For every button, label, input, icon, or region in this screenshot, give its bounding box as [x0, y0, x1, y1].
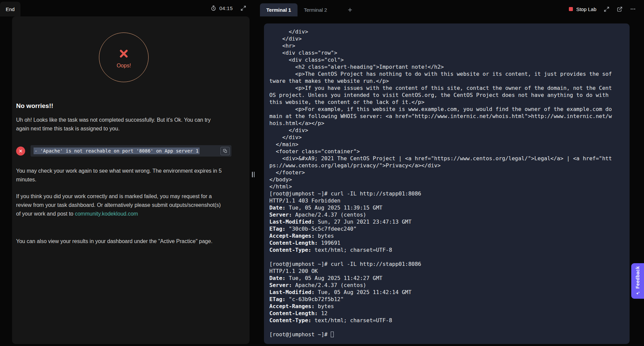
error-message-box: - 'Apache' is not reachable on port '808… — [31, 145, 231, 157]
terminal[interactable]: </div> </div> <hr> <div class="row"> <di… — [264, 23, 630, 344]
terminal-prompt: [root@jumphost ~]# — [269, 331, 331, 338]
terminal-prompt-line: [root@jumphost ~]# — [269, 331, 624, 338]
terminal-line: ps://www.centos.org/legal/privacy/">Priv… — [269, 162, 624, 169]
pane-divider[interactable] — [251, 170, 256, 178]
copy-icon — [223, 149, 227, 153]
terminal-tabs: Terminal 1Terminal 2 — [260, 3, 333, 16]
terminal-pane: Terminal 1Terminal 2 Stop Lab — [251, 0, 644, 346]
terminal-line: OS project. Unless you intended to visit… — [269, 92, 624, 99]
stop-lab-button[interactable]: Stop Lab — [569, 6, 596, 12]
terminal-line: Content-Type: text/html; charset=UTF-8 — [269, 246, 624, 253]
terminal-line: <hr> — [269, 42, 624, 49]
terminal-line: hois.html</a></p> — [269, 120, 624, 127]
terminal-actions: Stop Lab — [569, 6, 636, 16]
result-pane: End 04:15 Oops! No worries!! Uh oh! Look… — [0, 0, 251, 346]
terminal-line: </div> — [269, 35, 624, 42]
terminal-line: Date: Tue, 05 Aug 2025 11:39:15 GMT — [269, 204, 624, 211]
terminal-line: <div class="col"> — [269, 56, 624, 63]
terminal-line: Server: Apache/2.4.37 (centos) — [269, 282, 624, 289]
result-card: Oops! No worries!! Uh oh! Looks like the… — [12, 16, 250, 344]
oops-circle: Oops! — [99, 33, 149, 82]
feedback-button[interactable]: Feedback — [631, 263, 644, 299]
terminal-line: </div> — [269, 28, 624, 35]
result-message-1: Uh oh! Looks like the task was not compl… — [16, 116, 223, 133]
timer-value: 04:15 — [219, 5, 233, 11]
terminal-line: Accept-Ranges: bytes — [269, 232, 624, 239]
tab-terminal-1[interactable]: Terminal 1 — [260, 3, 298, 16]
community-link[interactable]: community.kodekloud.com — [75, 211, 138, 217]
terminal-line: </div> — [269, 127, 624, 134]
terminal-line: Content-Length: 12 — [269, 310, 624, 317]
fullscreen-icon[interactable] — [604, 6, 609, 12]
stop-lab-label: Stop Lab — [576, 6, 596, 12]
left-topbar: End 04:15 — [0, 0, 251, 16]
terminal-line — [269, 253, 624, 261]
app-root: End 04:15 Oops! No worries!! Uh oh! Look… — [0, 0, 644, 346]
terminal-line — [269, 324, 624, 331]
terminal-line: Date: Tue, 05 Aug 2025 11:42:27 GMT — [269, 275, 624, 282]
terminal-line: <div class="row"> — [269, 49, 624, 56]
oops-label: Oops! — [117, 63, 131, 69]
terminal-line: </footer> — [269, 169, 624, 176]
expand-icon[interactable] — [240, 5, 246, 11]
plus-icon — [347, 7, 353, 12]
terminal-cursor — [331, 332, 334, 337]
terminal-line: <p>The CentOS Project has nothing to do … — [269, 70, 624, 77]
terminal-line: </html> — [269, 183, 624, 190]
error-row: - 'Apache' is not reachable on port '808… — [16, 145, 231, 157]
terminal-line: Server: Apache/2.4.37 (centos) — [269, 211, 624, 218]
result-heading: No worries!! — [16, 102, 231, 110]
terminal-line: Last-Modified: Tue, 05 Aug 2025 11:42:14… — [269, 289, 624, 296]
terminal-line: HTTP/1.1 403 Forbidden — [269, 197, 624, 204]
terminal-line: <div>&#xA9; 2021 The CentOS Project | <a… — [269, 155, 624, 162]
terminal-line: [root@jumphost ~]# curl -IL http://stapp… — [269, 190, 624, 197]
open-in-new-icon[interactable] — [617, 6, 623, 12]
terminal-line: HTTP/1.1 200 OK — [269, 268, 624, 275]
result-message-3: If you think you did your work correctly… — [16, 192, 223, 218]
oops-x-icon — [116, 46, 131, 61]
timer-group: 04:15 — [211, 5, 246, 11]
error-x-icon — [16, 147, 25, 156]
terminal-line: <p>For example, if this website is www.e… — [269, 106, 624, 113]
stop-square-icon — [569, 7, 573, 11]
terminal-output: </div> </div> <hr> <div class="row"> <di… — [269, 28, 624, 331]
terminal-line: main at the following WHOIS server: <a h… — [269, 113, 624, 120]
terminal-line: <footer class="container"> — [269, 148, 624, 155]
terminal-line: this website, the content or the lack of… — [269, 99, 624, 106]
terminal-line: ETag: "30c0b-5c5c7fdeec240" — [269, 225, 624, 232]
terminal-line: Content-Length: 199691 — [269, 239, 624, 246]
terminal-line: </div> — [269, 134, 624, 141]
new-terminal-button[interactable] — [345, 4, 355, 16]
result-message-4: You can also view your results in your d… — [16, 237, 223, 246]
terminal-topbar: Terminal 1Terminal 2 Stop Lab — [251, 0, 644, 16]
copy-button[interactable] — [220, 147, 230, 155]
stopwatch-icon — [211, 5, 216, 11]
result-message-2: You may check your work again to see wha… — [16, 167, 223, 184]
terminal-line: <p>If you have issues with the content o… — [269, 84, 624, 92]
feedback-label: Feedback — [635, 266, 640, 289]
terminal-line: ETag: "c-63b9cb72f5b12" — [269, 296, 624, 303]
terminal-line: <h2 class="alert-heading">Important note… — [269, 63, 624, 70]
terminal-line: </body> — [269, 176, 624, 183]
terminal-line: Last-Modified: Sun, 27 Jun 2021 23:47:13… — [269, 218, 624, 225]
terminal-line: </main> — [269, 141, 624, 148]
terminal-line: tware that makes the website run.</p> — [269, 77, 624, 84]
terminal-line: [root@jumphost ~]# curl -IL http://stapp… — [269, 261, 624, 268]
more-options-icon[interactable] — [630, 6, 636, 12]
end-tab[interactable]: End — [0, 2, 20, 16]
sparkle-icon — [635, 291, 640, 296]
error-message-text: - 'Apache' is not reachable on port '808… — [34, 148, 200, 154]
tab-terminal-2[interactable]: Terminal 2 — [298, 3, 333, 16]
terminal-line: Accept-Ranges: bytes — [269, 303, 624, 310]
terminal-line: Content-Type: text/html; charset=UTF-8 — [269, 317, 624, 324]
